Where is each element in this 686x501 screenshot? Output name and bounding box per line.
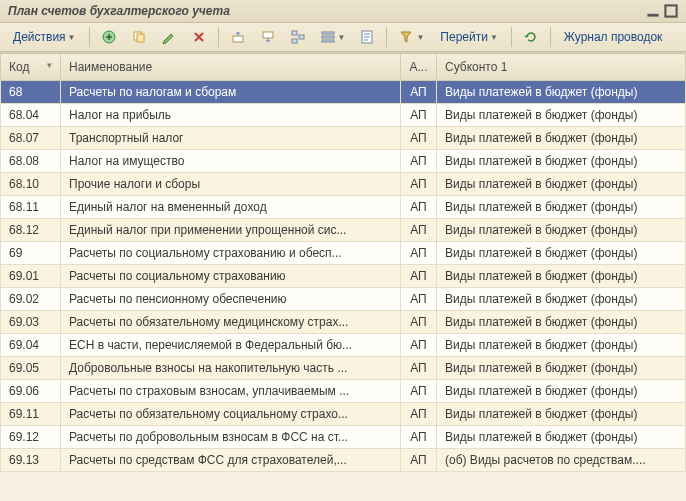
cell-name: Налог на прибыль xyxy=(61,104,401,127)
edit-button[interactable] xyxy=(156,26,182,48)
actions-menu[interactable]: Действия ▼ xyxy=(6,27,83,47)
table-row[interactable]: 68.10Прочие налоги и сборыАПВиды платеже… xyxy=(1,173,686,196)
minimize-button[interactable] xyxy=(646,4,660,18)
col-header-sub1[interactable]: Субконто 1 xyxy=(437,54,686,81)
separator xyxy=(511,27,512,47)
cell-sub1: Виды платежей в бюджет (фонды) xyxy=(437,380,686,403)
goto-menu[interactable]: Перейти ▼ xyxy=(433,27,504,47)
delete-button[interactable] xyxy=(186,26,212,48)
report-button[interactable] xyxy=(354,26,380,48)
cell-sub1: Виды платежей в бюджет (фонды) xyxy=(437,242,686,265)
cell-flag: АП xyxy=(401,334,437,357)
add-button[interactable] xyxy=(96,26,122,48)
cell-name: Расчеты по пенсионному обеспечению xyxy=(61,288,401,311)
x-icon xyxy=(191,29,207,45)
table-row[interactable]: 68.08Налог на имуществоАПВиды платежей в… xyxy=(1,150,686,173)
cell-flag: АП xyxy=(401,311,437,334)
col-header-code[interactable]: Код ▾ xyxy=(1,54,61,81)
table-row[interactable]: 68Расчеты по налогам и сборамАПВиды плат… xyxy=(1,81,686,104)
table-row[interactable]: 69.02Расчеты по пенсионному обеспечениюА… xyxy=(1,288,686,311)
move-down-button[interactable] xyxy=(255,26,281,48)
table-row[interactable]: 68.12Единый налог при применении упрощен… xyxy=(1,219,686,242)
table-row[interactable]: 69.11Расчеты по обязательному социальном… xyxy=(1,403,686,426)
cell-code: 69.13 xyxy=(1,449,61,472)
svg-rect-4 xyxy=(137,34,144,42)
cell-name: Расчеты по социальному страхованию и обе… xyxy=(61,242,401,265)
plus-circle-icon xyxy=(101,29,117,45)
svg-rect-1 xyxy=(665,5,676,16)
cell-flag: АП xyxy=(401,288,437,311)
copy-button[interactable] xyxy=(126,26,152,48)
filter-button[interactable]: ▼ xyxy=(393,26,429,48)
pencil-icon xyxy=(161,29,177,45)
sort-indicator-icon: ▾ xyxy=(47,60,52,70)
svg-rect-0 xyxy=(647,14,658,17)
table-row[interactable]: 68.07Транспортный налогАПВиды платежей в… xyxy=(1,127,686,150)
svg-rect-5 xyxy=(233,36,243,42)
svg-rect-10 xyxy=(322,32,334,34)
table-row[interactable]: 69.13Расчеты по средствам ФСС для страхо… xyxy=(1,449,686,472)
grid-container[interactable]: Код ▾ Наименование А... Субконто 1 68Рас… xyxy=(0,52,686,501)
titlebar: План счетов бухгалтерского учета xyxy=(0,0,686,23)
cell-code: 68.12 xyxy=(1,219,61,242)
funnel-icon xyxy=(398,29,414,45)
cell-code: 68.04 xyxy=(1,104,61,127)
cell-name: Расчеты по обязательному социальному стр… xyxy=(61,403,401,426)
cell-code: 69.11 xyxy=(1,403,61,426)
window-title: План счетов бухгалтерского учета xyxy=(8,4,230,18)
cell-name: Расчеты по социальному страхованию xyxy=(61,265,401,288)
cell-flag: АП xyxy=(401,403,437,426)
journal-button[interactable]: Журнал проводок xyxy=(557,27,670,47)
tree-icon xyxy=(290,29,306,45)
level-down-icon xyxy=(260,29,276,45)
hierarchy-button[interactable] xyxy=(285,26,311,48)
cell-sub1: Виды платежей в бюджет (фонды) xyxy=(437,403,686,426)
copy-icon xyxy=(131,29,147,45)
svg-rect-7 xyxy=(292,31,297,35)
separator xyxy=(386,27,387,47)
cell-name: Единый налог на вмененный доход xyxy=(61,196,401,219)
cell-flag: АП xyxy=(401,104,437,127)
table-row[interactable]: 69.04ЕСН в части, перечисляемой в Федера… xyxy=(1,334,686,357)
svg-rect-11 xyxy=(322,36,334,38)
table-row[interactable]: 69.12Расчеты по добровольным взносам в Ф… xyxy=(1,426,686,449)
refresh-button[interactable] xyxy=(518,26,544,48)
table-row[interactable]: 69.01Расчеты по социальному страхованиюА… xyxy=(1,265,686,288)
move-up-button[interactable] xyxy=(225,26,251,48)
cell-name: Налог на имущество xyxy=(61,150,401,173)
maximize-button[interactable] xyxy=(664,4,678,18)
separator xyxy=(218,27,219,47)
refresh-icon xyxy=(523,29,539,45)
cell-code: 68.10 xyxy=(1,173,61,196)
cell-name: ЕСН в части, перечисляемой в Федеральный… xyxy=(61,334,401,357)
cell-sub1: Виды платежей в бюджет (фонды) xyxy=(437,311,686,334)
cell-sub1: Виды платежей в бюджет (фонды) xyxy=(437,219,686,242)
toolbar: Действия ▼ ▼ xyxy=(0,23,686,52)
cell-flag: АП xyxy=(401,380,437,403)
cell-flag: АП xyxy=(401,449,437,472)
cell-sub1: Виды платежей в бюджет (фонды) xyxy=(437,127,686,150)
cell-name: Расчеты по добровольным взносам в ФСС на… xyxy=(61,426,401,449)
cell-sub1: Виды платежей в бюджет (фонды) xyxy=(437,150,686,173)
svg-rect-8 xyxy=(299,35,304,39)
table-row[interactable]: 68.11Единый налог на вмененный доходАПВи… xyxy=(1,196,686,219)
cell-flag: АП xyxy=(401,265,437,288)
col-header-name[interactable]: Наименование xyxy=(61,54,401,81)
cell-sub1: (об) Виды расчетов по средствам.... xyxy=(437,449,686,472)
table-row[interactable]: 69.06Расчеты по страховым взносам, уплач… xyxy=(1,380,686,403)
cell-flag: АП xyxy=(401,81,437,104)
cell-sub1: Виды платежей в бюджет (фонды) xyxy=(437,288,686,311)
svg-rect-12 xyxy=(322,40,334,42)
table-row[interactable]: 69.03Расчеты по обязательному медицинско… xyxy=(1,311,686,334)
table-row[interactable]: 68.04Налог на прибыльАПВиды платежей в б… xyxy=(1,104,686,127)
col-header-flag[interactable]: А... xyxy=(401,54,437,81)
list-button[interactable]: ▼ xyxy=(315,26,351,48)
journal-label: Журнал проводок xyxy=(564,30,663,44)
cell-name: Единый налог при применении упрощенной с… xyxy=(61,219,401,242)
cell-code: 69.02 xyxy=(1,288,61,311)
table-row[interactable]: 69.05Добровольные взносы на накопительну… xyxy=(1,357,686,380)
list-icon xyxy=(320,29,336,45)
document-icon xyxy=(359,29,375,45)
cell-flag: АП xyxy=(401,219,437,242)
table-row[interactable]: 69Расчеты по социальному страхованию и о… xyxy=(1,242,686,265)
